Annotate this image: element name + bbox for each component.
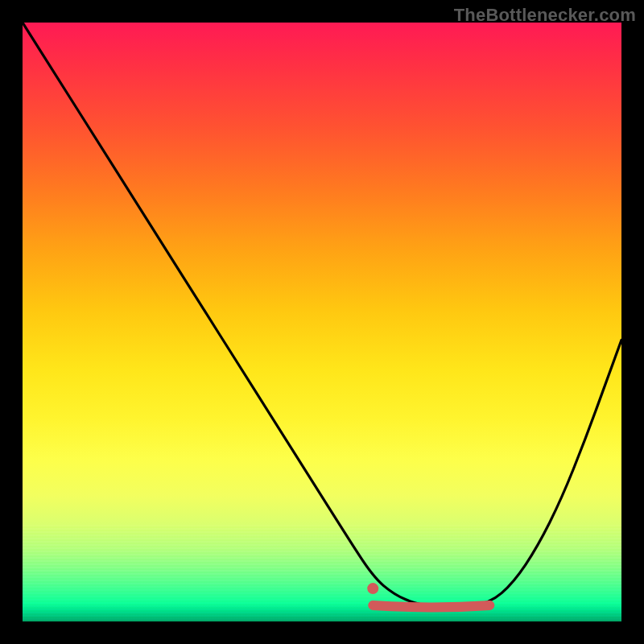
- watermark-text: TheBottlenecker.com: [454, 5, 636, 26]
- bottleneck-curve-path: [23, 23, 621, 607]
- optimal-range-bar: [373, 605, 489, 608]
- plot-area: [23, 23, 621, 621]
- curve-svg: [23, 23, 621, 621]
- chart-frame: TheBottlenecker.com: [0, 0, 644, 644]
- optimal-point-dot: [367, 583, 378, 594]
